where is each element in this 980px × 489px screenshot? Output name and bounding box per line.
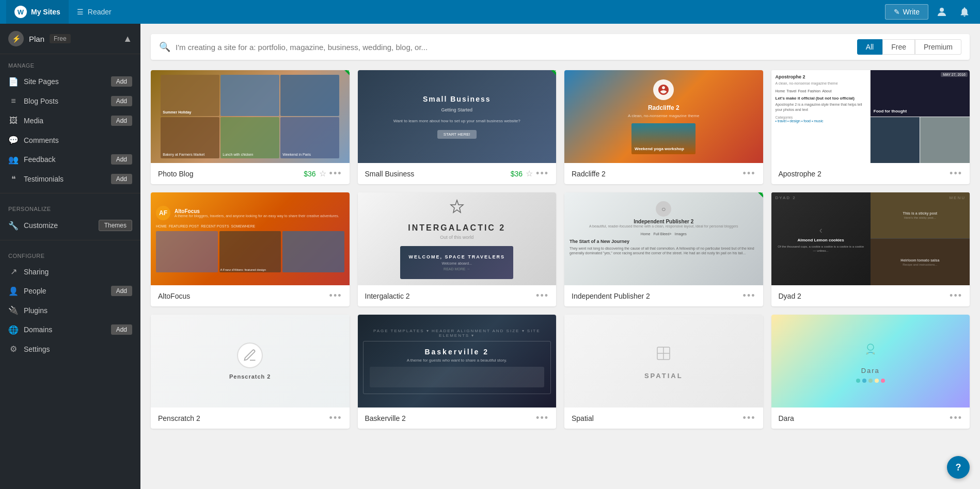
plan-badge: Free — [50, 34, 71, 43]
theme-card-independent-publisher-2[interactable]: BEGINNER ○ Independent Publisher 2 A bea… — [564, 192, 763, 306]
theme-more-small-business[interactable]: ••• — [536, 168, 549, 179]
theme-more-penscratch-2[interactable]: ••• — [329, 413, 342, 423]
sidebar-item-media[interactable]: 🖼 Media Add — [0, 111, 140, 131]
theme-footer-spatial: Spatial ••• — [564, 408, 763, 429]
sidebar-item-comments[interactable]: 💬 Comments — [0, 131, 140, 150]
themes-grid: BEGINNER Summer Holiday Bakery at Farmer… — [151, 70, 970, 429]
feedback-add-button[interactable]: Add — [111, 154, 132, 165]
user-avatar-button[interactable] — [932, 3, 951, 21]
reader-nav[interactable]: ☰ Reader — [69, 0, 120, 24]
theme-card-altofocus[interactable]: AF AltoFocus A theme for bloggers, trave… — [151, 192, 350, 306]
theme-name-dara: Dara — [779, 414, 794, 422]
plan-name: Plan — [29, 35, 44, 43]
theme-more-dyad-2[interactable]: ••• — [950, 290, 962, 301]
sidebar-divider-2 — [0, 240, 140, 240]
theme-star-small-business[interactable]: ☆ — [526, 169, 533, 178]
people-label: People — [24, 287, 46, 295]
theme-card-baskerville-2[interactable]: PAGE TEMPLATES ▾ HEADER ALIGNMENT AND SI… — [358, 315, 557, 429]
manage-section-label: Manage — [0, 54, 140, 72]
theme-name-intergalactic-2: Intergalactic 2 — [365, 292, 410, 300]
site-pages-icon: 📄 — [8, 77, 19, 87]
theme-preview-dyad-2: ‹ Almond Lemon cookies Of the thousand c… — [771, 192, 970, 285]
blog-posts-add-button[interactable]: Add — [111, 96, 132, 106]
sidebar-item-feedback[interactable]: 👥 Feedback Add — [0, 150, 140, 169]
theme-name-baskerville-2: Baskerville 2 — [365, 414, 406, 422]
theme-preview-penscratch-2: Penscratch 2 — [151, 315, 350, 408]
plan-icon: ⚡ — [8, 31, 24, 46]
theme-footer-radcliffe-2: Radcliffe 2 ••• — [564, 163, 763, 184]
site-pages-add-button[interactable]: Add — [111, 76, 132, 87]
help-icon: ? — [956, 462, 961, 473]
theme-more-radcliffe-2[interactable]: ••• — [743, 168, 756, 179]
filter-free-button[interactable]: Free — [882, 39, 915, 55]
theme-name-penscratch-2: Penscratch 2 — [158, 414, 200, 422]
people-add-button[interactable]: Add — [111, 286, 132, 296]
my-sites-label: My Sites — [31, 8, 60, 16]
domains-add-button[interactable]: Add — [111, 324, 132, 335]
theme-card-penscratch-2[interactable]: Penscratch 2 Penscratch 2 ••• — [151, 315, 350, 429]
sidebar-item-settings[interactable]: ⚙ Settings — [0, 339, 140, 358]
top-nav: W My Sites ☰ Reader ✎ Write — [0, 0, 980, 24]
theme-card-dara[interactable]: Dara Dara ••• — [771, 315, 970, 429]
sidebar-item-people[interactable]: 👤 People Add — [0, 281, 140, 301]
my-sites-nav[interactable]: W My Sites — [6, 0, 69, 24]
notifications-button[interactable] — [955, 3, 974, 21]
sidebar-item-customize[interactable]: 🔧 Customize Themes — [0, 215, 140, 236]
theme-preview-photo-blog: BEGINNER Summer Holiday Bakery at Farmer… — [151, 70, 350, 163]
feedback-label: Feedback — [24, 155, 55, 164]
sidebar-expand-icon[interactable]: ▲ — [123, 34, 132, 44]
themes-button[interactable]: Themes — [99, 220, 132, 231]
svg-point-0 — [940, 8, 944, 12]
theme-card-intergalactic-2[interactable]: INTERGALACTIC 2 Out of this world WELCOM… — [358, 192, 557, 306]
theme-preview-intergalactic-2: INTERGALACTIC 2 Out of this world WELCOM… — [358, 192, 557, 285]
domains-label: Domains — [24, 325, 52, 334]
theme-card-small-business[interactable]: BEGINNER Small Business Getting Started … — [358, 70, 557, 184]
filter-premium-button[interactable]: Premium — [915, 39, 961, 55]
write-button[interactable]: ✎ Write — [885, 4, 928, 20]
theme-more-dara[interactable]: ••• — [950, 413, 962, 423]
sidebar-item-testimonials[interactable]: ❝ Testimonials Add — [0, 169, 140, 189]
theme-card-radcliffe-2[interactable]: Radcliffe 2 A clean, no-nonsense magazin… — [564, 70, 763, 184]
theme-name-apostrophe-2: Apostrophe 2 — [779, 170, 821, 178]
media-label: Media — [24, 117, 43, 125]
sidebar-divider-1 — [0, 193, 140, 193]
theme-card-dyad-2[interactable]: ‹ Almond Lemon cookies Of the thousand c… — [771, 192, 970, 306]
sidebar-item-plugins[interactable]: 🔌 Plugins — [0, 301, 140, 320]
sharing-icon: ↗ — [8, 267, 19, 276]
reader-label: Reader — [88, 8, 112, 16]
customize-label: Customize — [24, 221, 58, 230]
theme-more-intergalactic-2[interactable]: ••• — [536, 290, 549, 301]
comments-icon: 💬 — [8, 135, 19, 145]
sidebar-item-sharing[interactable]: ↗ Sharing — [0, 262, 140, 281]
theme-more-altofocus[interactable]: ••• — [329, 290, 342, 301]
theme-preview-altofocus: AF AltoFocus A theme for bloggers, trave… — [151, 192, 350, 285]
sidebar-item-site-pages[interactable]: 📄 Site Pages Add — [0, 72, 140, 91]
top-nav-right: ✎ Write — [885, 3, 974, 21]
theme-card-apostrophe-2[interactable]: Apostrophe 2 A clean, no-nonsense magazi… — [771, 70, 970, 184]
testimonials-add-button[interactable]: Add — [111, 174, 132, 184]
svg-marker-1 — [451, 200, 463, 213]
svg-point-6 — [866, 352, 868, 354]
theme-card-spatial[interactable]: SPATIAL Spatial ••• — [564, 315, 763, 429]
help-button[interactable]: ? — [947, 456, 970, 479]
media-add-button[interactable]: Add — [111, 116, 132, 126]
theme-more-spatial[interactable]: ••• — [743, 413, 756, 423]
theme-preview-small-business: BEGINNER Small Business Getting Started … — [358, 70, 557, 163]
write-icon: ✎ — [894, 8, 900, 16]
blog-posts-label: Blog Posts — [24, 97, 58, 105]
theme-star-photo-blog[interactable]: ☆ — [319, 169, 326, 178]
comments-label: Comments — [24, 136, 59, 144]
themes-search-input[interactable] — [176, 43, 852, 52]
theme-more-baskerville-2[interactable]: ••• — [536, 413, 549, 423]
wp-logo: W — [14, 6, 27, 18]
theme-card-photo-blog[interactable]: BEGINNER Summer Holiday Bakery at Farmer… — [151, 70, 350, 184]
sidebar-item-blog-posts[interactable]: ≡ Blog Posts Add — [0, 91, 140, 111]
filter-all-button[interactable]: All — [857, 39, 883, 55]
sidebar-item-domains[interactable]: 🌐 Domains Add — [0, 320, 140, 339]
write-label: Write — [903, 8, 920, 16]
settings-icon: ⚙ — [8, 344, 19, 354]
plugins-icon: 🔌 — [8, 305, 19, 315]
theme-more-photo-blog[interactable]: ••• — [329, 168, 342, 179]
theme-more-apostrophe-2[interactable]: ••• — [950, 168, 962, 179]
theme-more-independent-publisher-2[interactable]: ••• — [743, 290, 756, 301]
